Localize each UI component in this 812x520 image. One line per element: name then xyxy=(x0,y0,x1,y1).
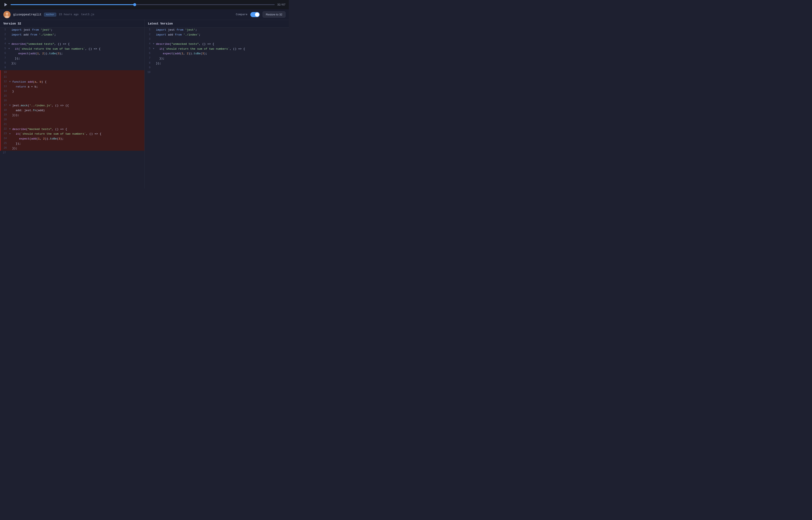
code-line: 22 ▼ describe("mocked tests", () => { xyxy=(0,127,145,132)
code-line: 15 xyxy=(0,94,145,99)
author-badge: Author xyxy=(44,13,56,17)
left-code-area[interactable]: 1 import jest from 'jest'; 2 import add … xyxy=(0,27,145,188)
code-line: 7 }); xyxy=(0,56,145,61)
scrubber-bar: 32/67 xyxy=(0,0,289,9)
compare-toggle[interactable] xyxy=(250,12,260,17)
scrubber-track[interactable] xyxy=(10,4,275,5)
svg-point-1 xyxy=(6,12,8,15)
code-line: 12 ▼ function add(a, b) { xyxy=(0,79,145,84)
code-line: 10 xyxy=(0,70,145,75)
code-line: 10 xyxy=(145,70,289,75)
code-line: 8 }); xyxy=(145,61,289,66)
author-bar-actions: Compare Restore to 32 xyxy=(236,11,285,18)
code-line: 27 xyxy=(0,151,145,155)
play-icon xyxy=(4,3,7,6)
code-line: 7 }); xyxy=(145,56,289,61)
code-line: 5 ▼ it(`should return the sum of two num… xyxy=(0,47,145,51)
restore-button[interactable]: Restore to 32 xyxy=(263,11,285,18)
version-counter: 32/67 xyxy=(277,3,285,6)
code-line: 16 xyxy=(0,99,145,103)
right-code-area[interactable]: 1 import jest from 'jest'; 2 import add … xyxy=(145,27,289,188)
avatar xyxy=(3,11,10,18)
author-bar: giuseppeatreplit Author 15 hours ago tes… xyxy=(0,9,289,20)
code-line: 3 xyxy=(145,37,289,42)
scrubber-fill xyxy=(10,4,135,5)
code-line: 24 expect(add(1, 2)).toBe(3); xyxy=(0,136,145,141)
code-line: 5 ▼ it(`should return the sum of two num… xyxy=(145,47,289,51)
code-line: 6 expect(add(1, 2)).toBe(3); xyxy=(0,51,145,56)
code-line: 21 xyxy=(0,122,145,127)
scrubber-thumb xyxy=(133,3,136,6)
code-line: 25 }); xyxy=(0,141,145,146)
code-line: 20 xyxy=(0,118,145,122)
code-line: 4 ▼ describe("unmocked tests", () => { xyxy=(0,42,145,47)
author-username: giuseppeatreplit xyxy=(13,13,42,16)
timestamp: 15 hours ago xyxy=(59,13,79,16)
code-line: 23 ▼ it(`should return the sum of two nu… xyxy=(0,131,145,136)
right-panel-header: Latest Version xyxy=(145,20,289,27)
avatar-image xyxy=(3,11,10,18)
code-line: 14 } xyxy=(0,89,145,94)
code-line: 8 }); xyxy=(0,61,145,66)
code-line: 9 xyxy=(0,66,145,70)
toggle-knob xyxy=(255,12,259,17)
compare-label: Compare xyxy=(236,13,247,16)
code-line: 26 }); xyxy=(0,146,145,151)
code-line: 17 ▼ jest.mock('../index.js', () => ({ xyxy=(0,103,145,108)
code-line: 11 xyxy=(0,75,145,79)
diff-container: Version 32 1 import jest from 'jest'; 2 … xyxy=(0,20,289,188)
code-line: 18 add: jest.fn(add) xyxy=(0,108,145,113)
code-line: 13 return a + b; xyxy=(0,84,145,89)
left-panel-header: Version 32 xyxy=(0,20,145,27)
code-line: 1 import jest from 'jest'; xyxy=(145,27,289,32)
code-line: 3 xyxy=(0,37,145,42)
code-line: 2 import add from './index'; xyxy=(145,32,289,37)
right-panel: Latest Version 1 import jest from 'jest'… xyxy=(145,20,289,188)
code-line: 4 ▼ describe("unmocked tests", () => { xyxy=(145,42,289,47)
code-line: 2 import add from './index'; xyxy=(0,32,145,37)
play-button[interactable] xyxy=(3,2,8,7)
code-line: 9 xyxy=(145,66,289,70)
code-line: 19 })); xyxy=(0,113,145,118)
right-panel-title: Latest Version xyxy=(148,22,173,25)
code-line: 1 import jest from 'jest'; xyxy=(0,27,145,32)
left-panel: Version 32 1 import jest from 'jest'; 2 … xyxy=(0,20,145,188)
code-line: 6 expect(add(1, 2)).toBe(3); xyxy=(145,51,289,56)
filename: test3.js xyxy=(81,13,94,16)
left-panel-title: Version 32 xyxy=(3,22,21,25)
